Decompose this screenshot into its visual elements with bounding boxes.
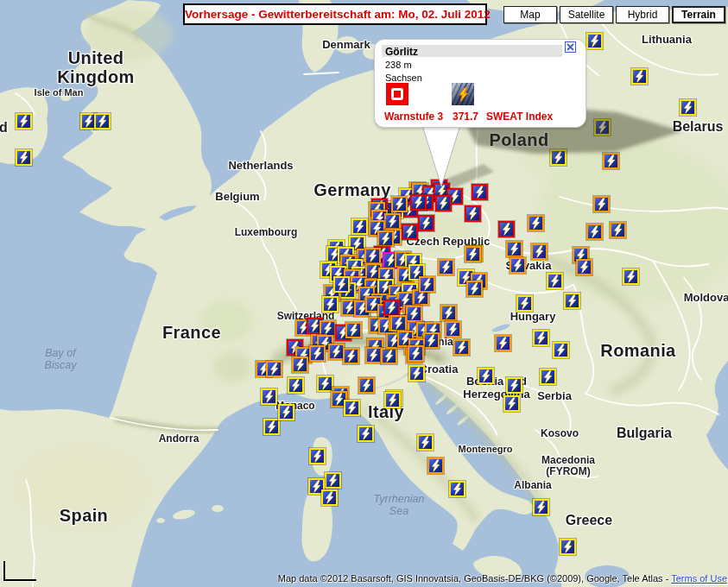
storm-marker[interactable]: [390, 315, 407, 331]
storm-marker[interactable]: [344, 400, 360, 416]
storm-marker[interactable]: [317, 376, 333, 392]
storm-marker[interactable]: [547, 273, 563, 289]
map-canvas[interactable]: United KingdomIsle of MandDenmarkLithuan…: [0, 0, 728, 587]
storm-marker[interactable]: [383, 300, 400, 316]
storm-marker[interactable]: [586, 33, 603, 49]
storm-marker[interactable]: [288, 377, 304, 394]
storm-marker[interactable]: [506, 241, 522, 257]
storm-marker[interactable]: [292, 357, 308, 373]
storm-marker[interactable]: [402, 224, 418, 240]
storm-marker[interactable]: [322, 296, 339, 312]
storm-marker[interactable]: [560, 539, 576, 555]
storm-marker[interactable]: [510, 257, 526, 274]
storm-marker[interactable]: [365, 347, 382, 363]
lightning-icon: [440, 261, 453, 274]
storm-marker[interactable]: [321, 489, 338, 506]
storm-marker[interactable]: [408, 365, 425, 382]
storm-marker[interactable]: [345, 322, 362, 338]
storm-marker[interactable]: [427, 458, 444, 474]
storm-marker[interactable]: [266, 361, 282, 377]
storm-marker[interactable]: [533, 330, 549, 346]
storm-marker[interactable]: [528, 215, 544, 231]
storm-marker[interactable]: [309, 345, 326, 362]
storm-marker[interactable]: [417, 434, 434, 451]
storm-marker[interactable]: [419, 276, 435, 293]
storm-marker[interactable]: [495, 335, 511, 351]
storm-marker[interactable]: [623, 268, 639, 285]
storm-marker[interactable]: [631, 68, 648, 85]
storm-marker[interactable]: [384, 213, 401, 230]
storm-marker[interactable]: [680, 99, 696, 116]
storm-marker[interactable]: [438, 259, 454, 275]
lightning-icon: [311, 347, 324, 360]
storm-marker[interactable]: [408, 345, 424, 362]
storm-marker[interactable]: [472, 184, 488, 200]
storm-marker[interactable]: [94, 113, 111, 129]
close-icon[interactable]: [565, 41, 576, 53]
storm-marker[interactable]: [358, 377, 375, 394]
map-type-button-terrain[interactable]: Terrain: [672, 6, 725, 23]
storm-marker[interactable]: [406, 306, 422, 322]
storm-marker[interactable]: [410, 194, 427, 211]
storm-marker[interactable]: [391, 196, 408, 212]
storm-marker[interactable]: [586, 224, 603, 240]
storm-marker[interactable]: [465, 205, 481, 222]
info-window-titlebar: Görlitz: [382, 45, 562, 57]
lightning-icon: [17, 151, 30, 164]
lightning-icon: [386, 394, 399, 407]
storm-marker[interactable]: [603, 153, 619, 169]
storm-marker[interactable]: [333, 276, 350, 293]
storm-marker[interactable]: [465, 246, 481, 262]
storm-marker[interactable]: [478, 368, 494, 384]
storm-marker[interactable]: [506, 377, 522, 394]
storm-marker[interactable]: [435, 195, 452, 211]
storm-marker[interactable]: [16, 149, 32, 166]
storm-marker[interactable]: [358, 426, 374, 442]
storm-marker[interactable]: [533, 499, 549, 515]
storm-marker[interactable]: [381, 348, 397, 364]
storm-marker[interactable]: [351, 218, 368, 235]
storm-marker[interactable]: [540, 369, 556, 385]
region-value: Sachsen: [385, 73, 422, 83]
storm-marker[interactable]: [531, 243, 548, 260]
storm-marker[interactable]: [498, 221, 515, 237]
storm-marker[interactable]: [440, 305, 457, 321]
lightning-icon: [319, 377, 332, 390]
storm-marker[interactable]: [16, 113, 32, 129]
storm-marker[interactable]: [466, 281, 483, 297]
terms-of-use-link[interactable]: Terms of Use: [671, 573, 727, 584]
lightning-icon: [353, 220, 366, 233]
map-type-button-map[interactable]: Map: [503, 6, 557, 23]
storm-marker[interactable]: [364, 248, 381, 264]
storm-marker[interactable]: [418, 215, 434, 231]
lightning-icon: [566, 294, 579, 307]
storm-marker[interactable]: [445, 321, 461, 338]
storm-marker[interactable]: [384, 392, 401, 408]
storm-marker[interactable]: [593, 196, 610, 212]
storm-marker[interactable]: [550, 149, 567, 166]
storm-marker[interactable]: [564, 293, 580, 309]
lightning-icon: [605, 155, 617, 167]
storm-marker[interactable]: [278, 404, 294, 420]
storm-marker[interactable]: [377, 230, 394, 247]
map-type-button-satellite[interactable]: Satellite: [560, 6, 613, 23]
storm-marker[interactable]: [516, 295, 533, 312]
storm-marker[interactable]: [576, 259, 592, 275]
lightning-icon: [588, 35, 601, 47]
storm-marker[interactable]: [325, 472, 341, 489]
storm-marker[interactable]: [343, 348, 359, 364]
storm-marker[interactable]: [449, 481, 465, 497]
map-type-button-hybrid[interactable]: Hybrid: [616, 6, 669, 23]
storm-marker[interactable]: [309, 448, 326, 464]
storm-marker[interactable]: [553, 342, 569, 358]
storm-marker[interactable]: [503, 395, 520, 412]
storm-marker[interactable]: [453, 339, 470, 356]
storm-marker[interactable]: [594, 119, 611, 136]
storm-marker[interactable]: [263, 419, 280, 435]
lightning-icon: [479, 369, 492, 382]
storm-marker[interactable]: [423, 332, 440, 349]
lightning-icon: [552, 151, 565, 164]
attribution-text: Map data ©2012 Basarsoft, GIS Innovatsia…: [278, 573, 671, 584]
storm-marker[interactable]: [610, 222, 626, 238]
storm-marker[interactable]: [261, 388, 277, 405]
